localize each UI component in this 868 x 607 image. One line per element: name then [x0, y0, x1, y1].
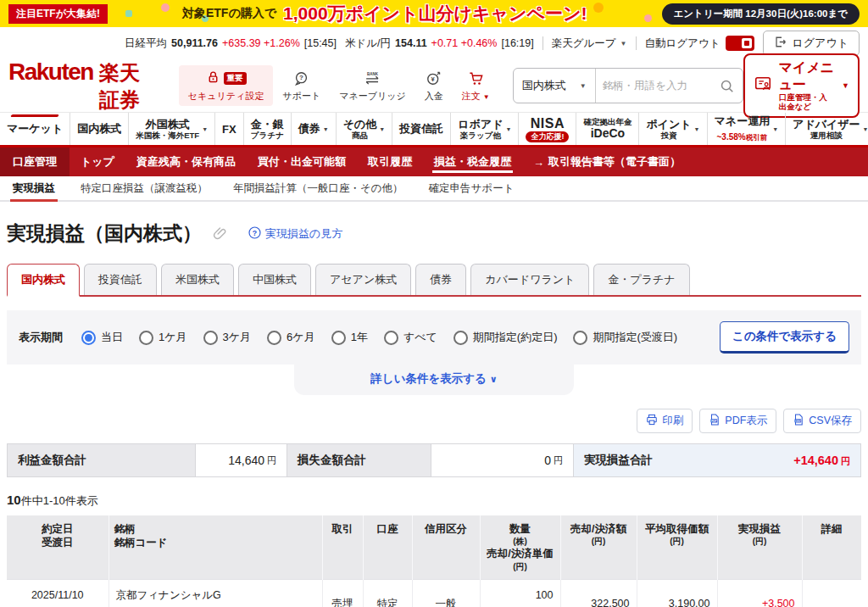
pl-help-link[interactable]: ? 実現損益の見方 — [248, 226, 342, 242]
arrow-right-icon: → — [533, 156, 544, 169]
rakuten-securities-logo[interactable]: Rakuten 楽天証券 — [8, 58, 143, 114]
account-nav-pl-tax-history[interactable]: 損益・税金履歴 — [423, 148, 522, 176]
subnav-specific-account-pl[interactable]: 特定口座損益（譲渡益税） — [68, 176, 220, 200]
chevron-down-icon: ▼ — [202, 126, 208, 132]
usdjpy-value: 154.11 — [395, 37, 427, 49]
profit-total-label: 利益金額合計 — [8, 444, 196, 476]
pl-summary-bar: 利益金額合計 14,640円 損失金額合計 0円 実現損益合計 +14,640円 — [7, 443, 861, 477]
radio-1month[interactable]: 1ケ月 — [139, 330, 187, 345]
nav-advisor[interactable]: アドバイザー運用相談 ▼ — [786, 113, 868, 145]
radio-today[interactable]: 当日 — [81, 330, 123, 345]
col-header-trade: 取引 — [322, 515, 363, 579]
nikkei-label: 日経平均 — [125, 36, 167, 51]
nav-money-management[interactable]: マネー運用~3.58%税引前 ▼ — [708, 113, 787, 145]
paperclip-icon[interactable] — [212, 226, 228, 242]
account-nav-trade-reports[interactable]: → 取引報告書等（電子書面） — [522, 148, 692, 176]
table-row: 2025/11/102025/11/12 京都フィナンシャルG5844 売埋 特… — [7, 579, 861, 607]
main-content: 実現損益（国内株式） ? 実現損益の見方 国内株式 投資信託 米国株式 中国株式… — [0, 220, 868, 607]
realized-pl-total: 実現損益合計 +14,640円 — [574, 444, 860, 476]
nav-nisa[interactable]: NISA全力応援! — [519, 113, 576, 145]
realized-pl-table: 約定日受渡日 銘柄銘柄コード 取引 口座 信用区分 数量(株)売却/決済単価(円… — [7, 515, 861, 607]
realized-pl-total-value: +14,640円 — [793, 454, 850, 468]
print-button[interactable]: 印刷 — [637, 409, 693, 433]
account-nav-balance[interactable]: 資産残高・保有商品 — [125, 148, 247, 176]
order-button[interactable]: 注文 ▼ — [453, 65, 499, 106]
col-header-name: 銘柄銘柄コード — [108, 515, 322, 579]
loss-total-value: 0円 — [431, 444, 574, 476]
nav-point-investment[interactable]: ポイント投資 ▼ — [639, 113, 707, 145]
auto-logout-label: 自動ログアウト — [645, 36, 721, 51]
subnav-realized-pl[interactable]: 実現損益 — [0, 176, 68, 200]
svg-text:CSV: CSV — [795, 420, 801, 423]
apply-filter-button[interactable]: この条件で表示する — [720, 321, 849, 354]
tab-mutual-funds[interactable]: 投資信託 — [84, 264, 157, 295]
radio-period-settle-date[interactable]: 期間指定(受渡日) — [573, 330, 677, 345]
nav-domestic-stock[interactable]: 国内株式 — [70, 113, 129, 145]
nav-robo-advisor[interactable]: ロボアド楽ラップ他 ▼ — [451, 113, 519, 145]
search-category-select[interactable]: 国内株式 ▼ — [514, 69, 596, 103]
cell-avg-price: 3,190.00 — [637, 579, 717, 607]
tab-domestic-stock[interactable]: 国内株式 — [7, 264, 80, 297]
account-nav-home[interactable]: 口座管理 — [0, 148, 70, 176]
svg-text:?: ? — [299, 74, 303, 81]
nav-market[interactable]: マーケット — [0, 113, 70, 145]
tab-asean-stock[interactable]: アセアン株式 — [315, 264, 411, 295]
account-nav: 口座管理 トップ 資産残高・保有商品 買付・出金可能額 取引履歴 損益・税金履歴… — [0, 148, 868, 176]
subnav-annual-pl[interactable]: 年間損益計算（一般口座・その他） — [220, 176, 416, 200]
tab-china-stock[interactable]: 中国株式 — [238, 264, 311, 295]
subnav-tax-filing-support[interactable]: 確定申告サポート — [416, 176, 527, 200]
my-menu-button[interactable]: マイメニュー 口座管理・入出金など ▼ — [743, 53, 860, 117]
account-nav-buying-power[interactable]: 買付・出金可能額 — [247, 148, 357, 176]
order-label: 注文 — [462, 91, 481, 101]
search-input[interactable] — [596, 80, 720, 92]
nav-foreign-stock[interactable]: 外国株式米国株・海外ETF ▼ — [129, 113, 215, 145]
pdf-view-button[interactable]: PDF PDF表示 — [699, 409, 776, 433]
nav-ideco[interactable]: 確定拠出年金iDeCo — [576, 113, 639, 145]
tab-covered-warrants[interactable]: カバードワラント — [470, 264, 589, 295]
account-nav-trade-history[interactable]: 取引履歴 — [357, 148, 423, 176]
nav-mutual-funds[interactable]: 投資信託 — [392, 113, 451, 145]
radio-3months[interactable]: 3ケ月 — [203, 330, 252, 345]
main-nav: マーケット 国内株式 外国株式米国株・海外ETF ▼ FX 金・銀プラチナ 債券… — [0, 112, 868, 148]
security-settings-button[interactable]: 重要 セキュリティ設定 — [179, 65, 274, 106]
loss-total-label: 損失金額合計 — [287, 444, 431, 476]
deposit-button[interactable]: ¥ 入金 — [415, 65, 453, 106]
col-header-margin: 信用区分 — [412, 515, 480, 579]
col-header-proceeds: 売却/決済額(円) — [560, 515, 637, 579]
radio-6months[interactable]: 6ケ月 — [267, 330, 315, 345]
support-button[interactable]: ? サポート — [273, 65, 330, 106]
account-nav-top[interactable]: トップ — [70, 148, 125, 176]
cell-trade: 売埋 — [322, 579, 363, 607]
svg-text:PDF: PDF — [712, 420, 717, 423]
money-bridge-button[interactable]: BANK マネーブリッジ — [330, 65, 415, 106]
tab-us-stock[interactable]: 米国株式 — [161, 264, 234, 295]
nav-other-products[interactable]: その他商品 ▼ — [337, 113, 393, 145]
banner-headline-text: 1,000万ポイント山分けキャンペーン! — [283, 2, 587, 25]
csv-save-button[interactable]: CSV CSV保存 — [783, 409, 861, 433]
search-icon[interactable] — [720, 79, 743, 93]
show-more-conditions-link[interactable]: 詳しい条件を表示する ∨ — [294, 365, 574, 395]
banner-badge: 注目ETFが大集結! — [8, 4, 108, 24]
radio-all[interactable]: すべて — [384, 330, 437, 345]
campaign-banner[interactable]: 注目ETFが大集結! 対象ETFの購入で 1,000万ポイント山分けキャンペーン… — [0, 0, 868, 27]
question-bubble-icon: ? — [293, 69, 309, 87]
usdjpy-quote: 米ドル/円 154.11 +0.71 +0.46% [16:19] — [345, 36, 534, 51]
svg-text:?: ? — [253, 228, 257, 237]
svg-text:¥: ¥ — [431, 75, 436, 83]
realized-pl-total-label: 実現損益合計 — [584, 453, 653, 468]
rakuten-group-menu[interactable]: 楽天グループ ▼ — [552, 36, 627, 51]
logout-button[interactable]: ログアウト — [763, 31, 860, 56]
csv-file-icon: CSV — [793, 414, 804, 428]
nav-bonds[interactable]: 債券▼ — [292, 113, 337, 145]
nav-fx[interactable]: FX — [215, 113, 244, 145]
radio-period-trade-date[interactable]: 期間指定(約定日) — [453, 330, 558, 345]
col-header-dates: 約定日受渡日 — [7, 515, 108, 579]
radio-1year[interactable]: 1年 — [331, 330, 368, 345]
usdjpy-change: +0.71 +0.46% — [431, 37, 498, 49]
important-badge: 重要 — [224, 72, 247, 85]
tab-bonds[interactable]: 債券 — [415, 264, 466, 295]
radio-icon — [267, 331, 281, 345]
nav-gold-platinum[interactable]: 金・銀プラチナ — [244, 113, 292, 145]
auto-logout-toggle[interactable] — [726, 36, 754, 51]
tab-gold-platinum[interactable]: 金・プラチナ — [593, 264, 689, 295]
